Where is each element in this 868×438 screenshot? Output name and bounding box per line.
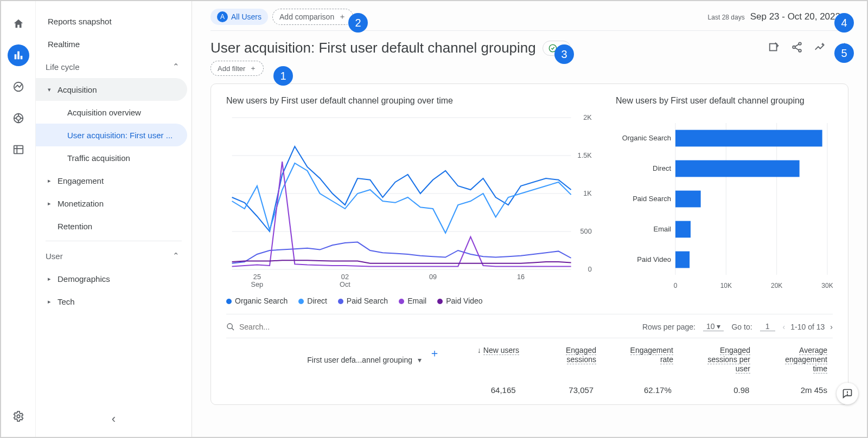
segment-chip-all-users[interactable]: A All Users	[210, 9, 268, 25]
date-hint: Last 28 days	[708, 14, 745, 21]
add-dimension-button[interactable]: ＋	[422, 346, 448, 373]
pager: ‹ 1-10 of 13 ›	[783, 323, 833, 331]
goto-label: Go to:	[731, 323, 752, 331]
configure-icon[interactable]	[8, 139, 29, 160]
sidebar-section-label: Life cycle	[46, 62, 80, 72]
table-search[interactable]	[226, 323, 635, 331]
chevron-up-icon: ⌃	[173, 251, 180, 261]
caret-down-icon: ▾	[48, 86, 58, 93]
legend-item[interactable]: Direct	[298, 297, 327, 305]
sidebar-item-traffic-acquisition[interactable]: Traffic acquisition	[36, 146, 192, 169]
plus-icon: ＋	[339, 12, 346, 22]
dimension-selector[interactable]: First user defa...annel grouping ▾	[226, 346, 422, 373]
sidebar-item-realtime[interactable]: Realtime	[36, 33, 192, 55]
sidebar-subsection-monetization[interactable]: ▸ Monetization	[36, 192, 192, 215]
svg-rect-43	[675, 160, 800, 177]
add-comparison-button[interactable]: Add comparison ＋	[272, 9, 353, 25]
column-avg-engagement-time[interactable]: Averageengagementtime	[756, 346, 833, 373]
customize-icon[interactable]	[768, 41, 780, 55]
reports-icon[interactable]	[8, 44, 29, 66]
svg-text:500: 500	[580, 228, 592, 235]
sidebar-item-label: User acquisition: First user ...	[67, 131, 173, 140]
feedback-button[interactable]	[837, 383, 858, 404]
prev-page-icon[interactable]: ‹	[783, 323, 786, 331]
plus-icon: ＋	[250, 63, 257, 73]
sidebar-item-retention[interactable]: Retention	[36, 215, 192, 237]
admin-gear-icon[interactable]	[8, 405, 29, 427]
rows-per-page-select[interactable]: 10 ▾	[703, 322, 724, 331]
sidebar-item-user-acquisition[interactable]: User acquisition: First user ...	[36, 124, 187, 146]
svg-text:09: 09	[429, 273, 437, 281]
rows-per-page-label: Rows per page:	[642, 323, 695, 331]
callout-badge-2: 2	[348, 13, 368, 33]
sidebar-item-label: Demographics	[58, 274, 110, 284]
explore-icon[interactable]	[8, 76, 29, 98]
svg-point-5	[16, 116, 20, 120]
insights-icon[interactable]	[814, 41, 826, 55]
svg-point-54	[847, 394, 848, 395]
legend-item[interactable]: Organic Search	[226, 297, 288, 305]
sidebar-item-reports-snapshot[interactable]: Reports snapshot	[36, 10, 192, 33]
sidebar-item-label: Reports snapshot	[48, 17, 112, 26]
column-new-users[interactable]: ↓New users	[448, 346, 525, 373]
svg-point-9	[17, 415, 20, 418]
total-new-users: 64,165	[443, 385, 521, 395]
sidebar-section-user[interactable]: User ⌃	[36, 244, 192, 267]
dimension-label: First user defa...annel grouping	[307, 356, 412, 364]
title-bar: User acquisition: First user default cha…	[192, 31, 867, 59]
sidebar-subsection-acquisition[interactable]: ▾ Acquisition	[36, 78, 187, 101]
page-title: User acquisition: First user default cha…	[210, 40, 536, 56]
next-page-icon[interactable]: ›	[830, 323, 833, 331]
divider	[46, 241, 182, 241]
total-engagement-rate: 62.17%	[599, 385, 677, 395]
date-range-picker[interactable]: Sep 23 - Oct 20, 2022 ▾	[750, 11, 848, 23]
table-toolbar: Rows per page: 10 ▾ Go to: 1 ‹ 1-10 of 1…	[226, 314, 833, 331]
line-chart: 05001K1.5K2K25Sep02Oct0916	[226, 112, 594, 291]
advertising-icon[interactable]	[8, 107, 29, 129]
svg-line-52	[232, 328, 234, 330]
legend-item[interactable]: Email	[399, 297, 426, 305]
svg-text:25: 25	[253, 273, 261, 281]
sidebar-item-label: Monetization	[58, 199, 104, 208]
sort-desc-icon: ↓	[477, 346, 481, 355]
svg-rect-2	[20, 56, 22, 59]
sidebar-subsection-demographics[interactable]: ▸ Demographics	[36, 267, 192, 290]
column-engagement-rate[interactable]: Engagementrate	[602, 346, 679, 373]
sidebar-item-label: Acquisition overview	[67, 108, 141, 117]
sidebar-item-label: Acquisition	[58, 85, 97, 94]
callout-badge-1: 1	[273, 66, 293, 86]
sidebar-subsection-engagement[interactable]: ▸ Engagement	[36, 169, 192, 192]
svg-rect-47	[675, 221, 691, 238]
svg-rect-1	[17, 51, 20, 60]
feedback-icon	[842, 388, 853, 399]
svg-text:2K: 2K	[583, 114, 592, 121]
svg-text:Email: Email	[653, 225, 671, 233]
svg-rect-6	[14, 146, 23, 154]
share-icon[interactable]	[791, 41, 803, 55]
table-totals-row: 64,165 73,057 62.17% 0.98 2m 45s	[226, 385, 833, 395]
chart-legend: Organic SearchDirectPaid SearchEmailPaid…	[226, 297, 833, 305]
add-filter-button[interactable]: Add filter ＋	[210, 61, 264, 76]
legend-item[interactable]: Paid Search	[338, 297, 388, 305]
svg-point-51	[227, 324, 232, 328]
svg-text:30K: 30K	[821, 282, 833, 289]
svg-text:0: 0	[588, 266, 592, 273]
total-avg-engagement-time: 2m 45s	[755, 385, 833, 395]
sidebar-item-label: Realtime	[48, 40, 80, 49]
collapse-sidebar-icon[interactable]: ‹	[112, 412, 116, 426]
left-nav-rail	[1, 1, 36, 437]
main-content: A All Users Add comparison ＋ Last 28 day…	[192, 1, 867, 437]
column-engaged-sessions[interactable]: Engagedsessions	[525, 346, 602, 373]
goto-input[interactable]: 1	[760, 322, 775, 331]
sidebar-item-acquisition-overview[interactable]: Acquisition overview	[36, 101, 192, 124]
callout-badge-3: 3	[554, 44, 574, 64]
sidebar-subsection-tech[interactable]: ▸ Tech	[36, 290, 192, 313]
home-icon[interactable]	[8, 13, 29, 35]
segment-badge-icon: A	[217, 11, 228, 22]
table-search-input[interactable]	[239, 323, 348, 331]
legend-item[interactable]: Paid Video	[437, 297, 482, 305]
sidebar-section-label: User	[46, 252, 63, 261]
sidebar-section-life-cycle[interactable]: Life cycle ⌃	[36, 55, 192, 78]
column-engaged-sessions-per-user[interactable]: Engagedsessions peruser	[679, 346, 756, 373]
sidebar-item-label: Retention	[58, 222, 92, 231]
